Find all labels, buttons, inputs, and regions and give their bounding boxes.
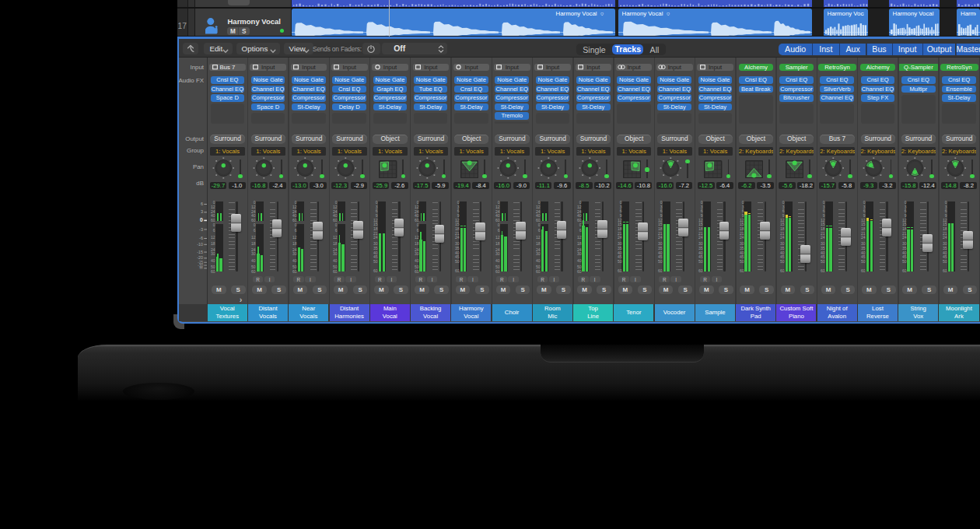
svg-text:0: 0: [295, 222, 297, 227]
svg-text:40: 40: [292, 258, 297, 263]
svg-text:6: 6: [498, 228, 500, 233]
svg-text:12: 12: [495, 235, 500, 240]
svg-text:0: 0: [498, 222, 500, 227]
svg-text:60: 60: [251, 269, 256, 274]
svg-text:30: 30: [577, 251, 582, 256]
svg-text:24: 24: [943, 236, 947, 240]
svg-text:12: 12: [251, 235, 256, 240]
svg-text:30: 30: [415, 251, 419, 256]
svg-text:-15: -15: [197, 250, 203, 254]
svg-text:-10: -10: [197, 242, 203, 247]
svg-text:24: 24: [455, 236, 460, 240]
svg-text:12: 12: [415, 235, 419, 240]
svg-text:0: 0: [213, 222, 215, 227]
svg-text:50: 50: [821, 259, 825, 264]
svg-text:50: 50: [658, 259, 663, 264]
svg-text:30: 30: [251, 251, 256, 256]
svg-text:50: 50: [902, 259, 907, 264]
svg-text:0: 0: [254, 222, 256, 227]
svg-text:60: 60: [698, 268, 703, 273]
svg-text:24: 24: [821, 236, 825, 240]
svg-text:6: 6: [254, 228, 256, 233]
svg-text:50: 50: [455, 259, 460, 264]
svg-text:50: 50: [373, 259, 378, 264]
svg-text:30: 30: [333, 251, 338, 256]
svg-text:60: 60: [415, 269, 419, 274]
svg-text:60: 60: [495, 269, 500, 274]
svg-text:60: 60: [292, 269, 297, 274]
svg-text:24: 24: [902, 236, 907, 240]
svg-text:30: 30: [211, 251, 215, 256]
svg-text:60: 60: [780, 268, 785, 273]
svg-text:24: 24: [780, 236, 785, 240]
svg-text:60: 60: [333, 269, 338, 274]
svg-text:24: 24: [618, 236, 622, 240]
svg-text:30: 30: [292, 251, 297, 256]
svg-text:18: 18: [495, 241, 500, 246]
svg-text:18: 18: [536, 241, 541, 246]
svg-text:40: 40: [415, 258, 419, 263]
svg-text:60: 60: [658, 268, 663, 273]
svg-text:-3: -3: [199, 227, 203, 232]
svg-text:-6: -6: [199, 236, 203, 240]
svg-text:18: 18: [415, 241, 419, 246]
svg-text:40: 40: [251, 258, 256, 263]
svg-text:60: 60: [536, 269, 541, 274]
svg-text:24: 24: [740, 236, 744, 240]
svg-text:60: 60: [740, 268, 744, 273]
svg-text:6: 6: [295, 228, 297, 233]
svg-text:60: 60: [943, 268, 947, 273]
svg-text:24: 24: [861, 236, 866, 240]
svg-text:12: 12: [333, 235, 338, 240]
svg-text:40: 40: [211, 258, 215, 263]
svg-text:60: 60: [211, 269, 215, 274]
svg-text:50: 50: [943, 259, 947, 264]
svg-text:24: 24: [373, 236, 378, 240]
svg-text:12: 12: [211, 235, 215, 240]
svg-text:0: 0: [200, 217, 203, 222]
svg-text:24: 24: [698, 236, 703, 240]
svg-text:40: 40: [333, 258, 338, 263]
svg-text:12: 12: [536, 235, 541, 240]
svg-text:50: 50: [698, 259, 703, 264]
svg-text:40: 40: [577, 258, 582, 263]
svg-text:18: 18: [333, 241, 338, 246]
svg-text:18: 18: [577, 241, 582, 246]
svg-text:18: 18: [211, 241, 215, 246]
svg-text:24: 24: [658, 236, 663, 240]
svg-text:0: 0: [579, 222, 581, 227]
svg-text:6: 6: [201, 201, 203, 206]
svg-text:∞: ∞: [200, 264, 203, 270]
svg-text:60: 60: [861, 268, 866, 273]
svg-text:50: 50: [618, 259, 622, 264]
svg-text:18: 18: [292, 241, 297, 246]
svg-text:0: 0: [538, 222, 541, 227]
svg-text:50: 50: [861, 259, 866, 264]
svg-text:12: 12: [292, 235, 297, 240]
svg-text:0: 0: [416, 222, 418, 227]
svg-text:50: 50: [740, 259, 744, 264]
svg-text:6: 6: [579, 228, 581, 233]
svg-text:60: 60: [618, 268, 622, 273]
svg-text:3: 3: [201, 209, 203, 214]
svg-text:40: 40: [495, 258, 500, 263]
svg-text:0: 0: [335, 222, 338, 227]
svg-text:-20: -20: [197, 255, 203, 260]
svg-text:18: 18: [251, 241, 256, 246]
svg-text:60: 60: [455, 268, 460, 273]
svg-text:60: 60: [902, 268, 907, 273]
svg-text:40: 40: [536, 258, 541, 263]
svg-text:6: 6: [213, 228, 215, 233]
svg-text:6: 6: [335, 228, 338, 233]
svg-text:30: 30: [495, 251, 500, 256]
svg-text:60: 60: [577, 269, 582, 274]
svg-text:50: 50: [780, 259, 785, 264]
svg-text:30: 30: [536, 251, 541, 256]
svg-text:60: 60: [821, 268, 825, 273]
svg-text:6: 6: [416, 228, 418, 233]
svg-text:6: 6: [538, 228, 541, 233]
svg-text:60: 60: [373, 268, 378, 273]
svg-text:12: 12: [577, 235, 582, 240]
